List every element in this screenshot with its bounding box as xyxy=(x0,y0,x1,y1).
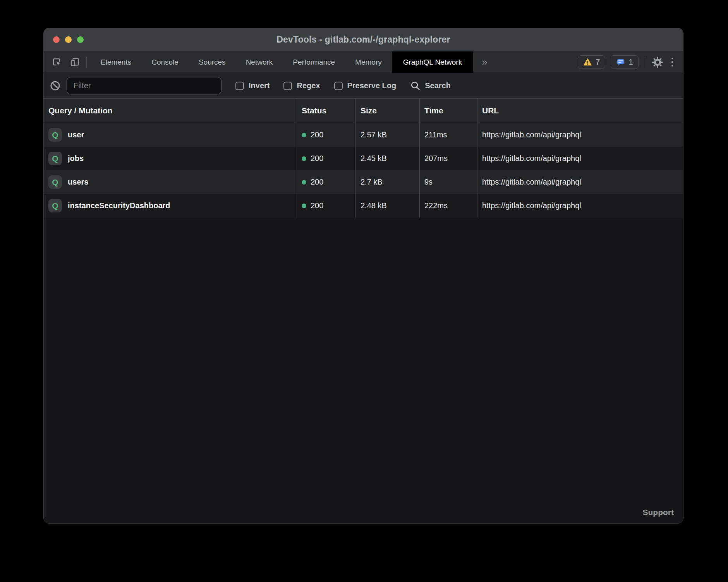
search-label: Search xyxy=(425,81,451,90)
column-header-url: URL xyxy=(477,99,683,123)
status-ok-dot xyxy=(302,204,306,208)
message-bubble-icon xyxy=(616,58,625,67)
query-type-badge: Q xyxy=(48,175,62,189)
table-row[interactable]: Q instanceSecurityDashboard 200 2.48 kB … xyxy=(44,194,683,217)
tab-sources[interactable]: Sources xyxy=(189,51,236,73)
request-time: 222ms xyxy=(419,194,477,217)
toolbar-separator xyxy=(86,56,87,68)
table-row[interactable]: Q users 200 2.7 kB 9s https://gitlab.com… xyxy=(44,170,683,194)
request-name: jobs xyxy=(68,154,84,163)
request-url: https://gitlab.com/api/graphql xyxy=(477,147,683,170)
request-url: https://gitlab.com/api/graphql xyxy=(477,194,683,217)
issues-count: 1 xyxy=(628,58,633,67)
query-type-badge: Q xyxy=(48,152,62,165)
query-type-badge: Q xyxy=(48,199,62,212)
tab-memory[interactable]: Memory xyxy=(345,51,392,73)
request-size: 2.45 kB xyxy=(355,147,419,170)
table-row[interactable]: Q user 200 2.57 kB 211ms https://gitlab.… xyxy=(44,123,683,147)
tab-console[interactable]: Console xyxy=(141,51,189,73)
filter-input[interactable] xyxy=(67,77,221,94)
warnings-count: 7 xyxy=(596,58,600,67)
toolbar-separator xyxy=(645,56,645,68)
status-code: 200 xyxy=(311,201,323,210)
window-title: DevTools - gitlab.com/-/graphql-explorer xyxy=(44,34,683,45)
request-time: 207ms xyxy=(419,147,477,170)
request-url: https://gitlab.com/api/graphql xyxy=(477,170,683,194)
more-tabs-button[interactable]: » xyxy=(473,51,496,73)
devtools-window: DevTools - gitlab.com/-/graphql-explorer… xyxy=(43,28,683,524)
status-code: 200 xyxy=(311,178,323,187)
invert-checkbox-group[interactable]: Invert xyxy=(235,81,270,90)
request-size: 2.57 kB xyxy=(355,123,419,147)
query-type-badge: Q xyxy=(48,128,62,142)
request-size: 2.48 kB xyxy=(355,194,419,217)
invert-checkbox xyxy=(235,82,244,90)
device-toolbar-icon[interactable] xyxy=(70,57,80,67)
inspect-element-icon[interactable] xyxy=(52,57,62,67)
preserve-log-checkbox xyxy=(334,82,343,90)
toolbar-right-group: 7 1 xyxy=(578,51,683,73)
tab-network[interactable]: Network xyxy=(236,51,283,73)
column-header-query-mutation: Query / Mutation xyxy=(44,99,297,123)
table-row[interactable]: Q jobs 200 2.45 kB 207ms https://gitlab.… xyxy=(44,147,683,170)
request-size: 2.7 kB xyxy=(355,170,419,194)
request-time: 211ms xyxy=(419,123,477,147)
tab-graphql-network[interactable]: GraphQL Network xyxy=(392,51,473,73)
request-name: users xyxy=(68,178,88,187)
status-code: 200 xyxy=(311,130,323,139)
warnings-badge[interactable]: 7 xyxy=(578,55,605,69)
empty-request-area: Support xyxy=(44,217,683,523)
column-header-status: Status xyxy=(297,99,355,123)
devtools-tabbar: Elements Console Sources Network Perform… xyxy=(44,51,683,73)
support-link[interactable]: Support xyxy=(643,508,674,517)
request-url: https://gitlab.com/api/graphql xyxy=(477,123,683,147)
preserve-log-checkbox-group[interactable]: Preserve Log xyxy=(334,81,397,90)
column-header-time: Time xyxy=(419,99,477,123)
invert-label: Invert xyxy=(249,81,270,90)
filter-bar: Invert Regex Preserve Log Search xyxy=(44,73,683,99)
status-ok-dot xyxy=(302,156,306,161)
preserve-log-label: Preserve Log xyxy=(347,81,397,90)
regex-checkbox-group[interactable]: Regex xyxy=(283,81,320,90)
regex-checkbox xyxy=(283,82,292,90)
issues-badge[interactable]: 1 xyxy=(611,55,638,69)
search-icon xyxy=(410,80,421,91)
status-ok-dot xyxy=(302,180,306,185)
kebab-menu-icon[interactable] xyxy=(669,58,676,67)
column-header-size: Size xyxy=(355,99,419,123)
warning-icon xyxy=(583,58,592,67)
status-ok-dot xyxy=(302,133,306,137)
request-name: user xyxy=(68,130,84,139)
tab-performance[interactable]: Performance xyxy=(283,51,345,73)
table-header: Query / Mutation Status Size Time URL xyxy=(44,99,683,123)
regex-label: Regex xyxy=(297,81,320,90)
tab-elements[interactable]: Elements xyxy=(91,51,141,73)
chevron-double-right-icon: » xyxy=(482,56,487,68)
search-button[interactable]: Search xyxy=(410,80,451,91)
gear-icon[interactable] xyxy=(651,56,664,68)
clear-log-icon[interactable] xyxy=(49,80,61,92)
toolbar-left-icons xyxy=(44,51,86,73)
titlebar: DevTools - gitlab.com/-/graphql-explorer xyxy=(44,28,683,51)
request-name: instanceSecurityDashboard xyxy=(68,201,170,210)
status-code: 200 xyxy=(311,154,323,163)
request-time: 9s xyxy=(419,170,477,194)
